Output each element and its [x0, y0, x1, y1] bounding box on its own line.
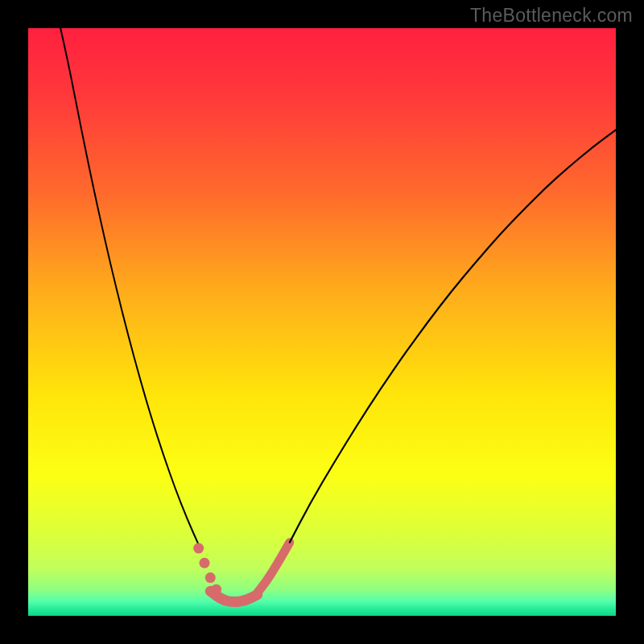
watermark-text: TheBottleneck.com [470, 5, 633, 27]
plot-area [28, 28, 616, 616]
series-left-branch [60, 28, 199, 545]
chart-frame: TheBottleneck.com [0, 0, 644, 644]
series-left-branch-marker-dots-dot [205, 572, 216, 583]
curve-layer [28, 28, 616, 616]
series-right-branch [290, 130, 616, 542]
series-left-branch-marker-dots-dot [200, 558, 210, 568]
series-left-branch-marker-dots-dot [193, 543, 204, 554]
series-right-rise-thick [254, 543, 290, 597]
